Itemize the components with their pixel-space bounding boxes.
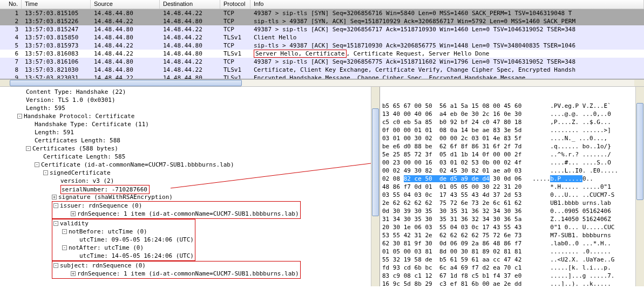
hex-row[interactable]: fd 93 cd 6b bc 6c a4 69 f7 d2 ea 70 c1 .… <box>382 264 644 272</box>
hex-row[interactable]: 03 01 00 30 02 00 00 2c 03 01 4e 83 5f .… <box>382 134 644 142</box>
hex-row[interactable]: 01 05 00 03 81 8d 00 30 81 89 02 81 81 .… <box>382 247 644 256</box>
collapse-icon[interactable]: - <box>62 229 67 234</box>
packet-details-tree[interactable]: Content Type: Handshake (22)Version: TLS… <box>0 87 380 286</box>
tree-item[interactable]: Length: 591 <box>0 128 379 136</box>
collapse-icon[interactable]: - <box>26 146 31 151</box>
packet-row[interactable]: 313:57:03.81524714.48.44.8014.48.44.22TC… <box>0 25 644 33</box>
hex-row[interactable]: 20 30 1e 06 03 55 04 03 0c 17 43 55 43 0… <box>382 223 644 231</box>
tree-item[interactable]: Certificate Length: 585 <box>0 153 379 161</box>
hex-row[interactable]: b5 65 67 00 50 56 a1 5a 15 08 00 45 60 .… <box>382 102 644 110</box>
collapse-icon[interactable]: - <box>53 263 58 268</box>
packet-row[interactable]: 213:57:03.81522614.48.44.2214.48.44.80TC… <box>0 17 644 25</box>
packet-row[interactable]: 113:57:03.81510514.48.44.8014.48.44.22TC… <box>0 9 644 17</box>
tree-item[interactable]: Length: 595 <box>0 104 379 112</box>
highlighted-group: -issuer: rdnSequence (0)+rdnSequence: 1 … <box>52 201 301 219</box>
collapse-icon[interactable]: - <box>62 245 67 250</box>
tree-label: signedCertificate <box>50 169 111 176</box>
hex-row[interactable]: 0f 00 00 01 01 08 0a 14 be ae 83 3e 5d .… <box>382 126 644 134</box>
packet-list-header[interactable]: No. Time Source Destination Protocol Inf… <box>0 0 644 9</box>
tree-label: Certificate Length: 585 <box>43 153 125 160</box>
collapse-icon[interactable]: - <box>43 170 48 175</box>
hex-row[interactable]: 00 23 00 00 16 03 01 02 53 0b 00 02 4f .… <box>382 159 644 167</box>
hex-row[interactable]: 55 32 19 58 de b5 61 59 61 aa cc 47 42 .… <box>382 256 644 264</box>
packet-list[interactable]: No. Time Source Destination Protocol Inf… <box>0 0 644 79</box>
hex-row[interactable]: be e6 d0 88 be 62 6f 8f 86 31 6f 2f 7d .… <box>382 142 644 150</box>
col-time[interactable]: Time <box>22 0 91 9</box>
hex-row[interactable]: 00 02 49 30 82 02 45 30 82 01 ae a0 03 .… <box>382 167 644 175</box>
hex-row[interactable]: 83 c9 08 c1 12 67 1d f8 c5 b1 f4 37 e0 .… <box>382 272 644 280</box>
tree-label: Length: 595 <box>26 105 65 112</box>
highlighted-group: -validity-notBefore: utcTime (0)utcTime:… <box>52 219 195 261</box>
tree-vertical-scrollbar[interactable] <box>371 87 379 286</box>
tree-item[interactable]: -signedCertificate <box>0 169 379 177</box>
hex-vertical-scrollbar[interactable] <box>635 87 644 286</box>
collapse-icon[interactable]: - <box>17 114 22 119</box>
tree-item[interactable]: Content Type: Handshake (22) <box>0 88 379 96</box>
col-no[interactable]: No. <box>0 0 22 9</box>
tree-label: Content Type: Handshake (22) <box>26 88 126 95</box>
hex-selection: 82 ce 50 de d5 a9 de d4 <box>404 175 490 182</box>
hex-row[interactable]: 48 86 f7 0d 01 01 05 05 00 30 22 31 20 *… <box>382 183 644 191</box>
tree-label: signature (shaWithRSAEncryption) <box>58 194 173 201</box>
highlighted-group: -subject: rdnSequence (0)+rdnSequence: 1… <box>52 261 301 279</box>
hex-row[interactable]: 2e 62 62 62 62 75 72 6e 73 2e 6c 61 62 U… <box>382 199 644 207</box>
packet-row[interactable]: 513:57:03.81597314.48.44.2214.48.44.80TC… <box>0 42 644 50</box>
tree-item[interactable]: -Handshake Protocol: Certificate <box>0 112 379 120</box>
tree-item[interactable]: Handshake Type: Certificate (11) <box>0 120 379 128</box>
highlighted-info: Server Hello, Certificate <box>254 50 347 58</box>
tree-label: Certificate (id-at-commonName=CUCM7-SUB1… <box>41 161 234 168</box>
hex-row[interactable]: c5 c0 eb 5a 85 b0 92 bf 24 c0 47 80 18 ,… <box>382 118 644 126</box>
tree-label: Handshake Protocol: Certificate <box>24 113 134 120</box>
hex-row[interactable]: 13 40 00 40 06 a4 eb 0e 30 2c 16 0e 30 .… <box>382 110 644 118</box>
hex-row[interactable]: 5e 25 85 72 3f 05 d1 1b 14 0f 00 00 2f .… <box>382 150 644 159</box>
collapse-icon[interactable]: - <box>35 162 39 167</box>
hex-row[interactable]: 53 55 42 31 2e 62 62 62 62 75 72 6e 73 M… <box>382 231 644 239</box>
hex-row[interactable]: 02 08 82 ce 50 de d5 a9 de d4 30 0d 06 .… <box>382 175 644 183</box>
horizontal-scrollbar[interactable] <box>0 79 644 87</box>
tree-item[interactable]: -Certificates (588 bytes) <box>0 144 379 153</box>
packet-row[interactable]: 713:57:03.81610614.48.44.8014.48.44.22TC… <box>0 58 644 66</box>
tree-label: Handshake Type: Certificate (11) <box>35 121 149 128</box>
tree-label: Certificates (588 bytes) <box>32 145 118 152</box>
tree-label: version: v3 (2) <box>60 177 114 184</box>
col-destination[interactable]: Destination <box>160 0 220 9</box>
col-info[interactable]: Info <box>250 0 644 9</box>
collapse-icon[interactable]: - <box>53 221 58 226</box>
hex-dump-pane[interactable]: b5 65 67 00 50 56 a1 5a 15 08 00 45 60 .… <box>380 87 644 286</box>
packet-row[interactable]: 613:57:03.81608314.48.44.2214.48.44.80TL… <box>0 50 644 58</box>
packet-row[interactable]: 413:57:03.81585014.48.44.8014.48.44.22TL… <box>0 33 644 42</box>
tree-label: Certificates Length: 588 <box>35 137 120 144</box>
tree-label: Version: TLS 1.0 (0x0301) <box>26 97 116 104</box>
tree-item[interactable]: -Certificate (id-at-commonName=CUCM7-SUB… <box>0 161 379 169</box>
collapse-icon[interactable]: - <box>53 203 58 208</box>
col-protocol[interactable]: Protocol <box>220 0 250 9</box>
tree-item[interactable]: Version: TLS 1.0 (0x0301) <box>0 96 379 104</box>
tree-item[interactable]: version: v3 (2) <box>0 177 379 185</box>
tree-item[interactable]: Certificates Length: 588 <box>0 136 379 144</box>
packet-row[interactable]: 813:57:03.82103014.48.44.8014.48.44.22TL… <box>0 66 644 74</box>
tree-item[interactable]: +signature (shaWithRSAEncryption) <box>0 193 379 201</box>
hex-row[interactable]: 16 9c 5d 8b 29 c3 ef 81 6b 00 ae 2e dd .… <box>382 280 644 286</box>
hex-row[interactable]: 0d 30 39 30 35 30 35 31 36 32 34 30 36 0… <box>382 207 644 215</box>
tree-label: Length: 591 <box>35 129 74 136</box>
hex-row[interactable]: 03 55 04 03 0c 17 43 55 43 4d 37 2d 53 0… <box>382 191 644 199</box>
expand-icon[interactable]: + <box>71 211 76 216</box>
packet-row[interactable]: 913:57:03.82303114.48.44.2214.48.44.80TL… <box>0 74 644 79</box>
col-source[interactable]: Source <box>91 0 160 9</box>
expand-icon[interactable]: + <box>71 271 76 276</box>
expand-icon[interactable]: + <box>52 195 57 199</box>
hex-row[interactable]: 62 30 81 9f 30 0d 06 09 2a 86 48 86 f7 .… <box>382 239 644 247</box>
hex-row[interactable]: 31 34 30 35 30 35 31 36 32 34 30 36 5a Z… <box>382 215 644 223</box>
